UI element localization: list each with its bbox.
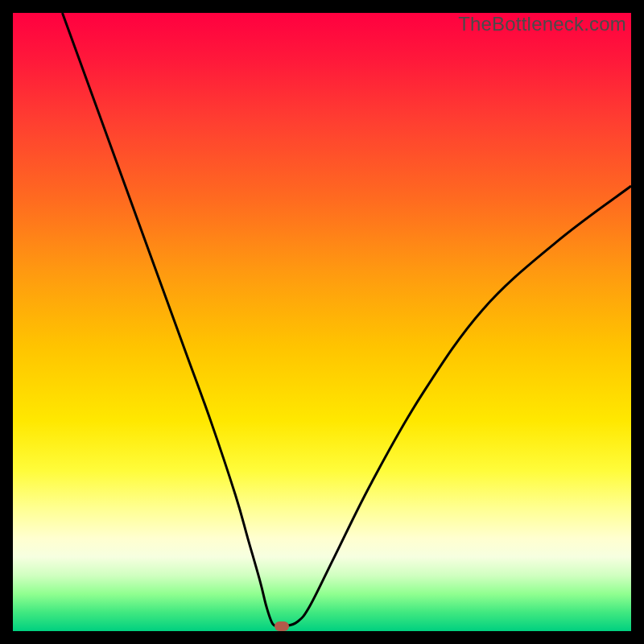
chart-frame: TheBottleneck.com (13, 13, 631, 631)
curve-path (62, 13, 631, 626)
optimum-marker (275, 621, 289, 631)
bottleneck-curve (13, 13, 631, 631)
